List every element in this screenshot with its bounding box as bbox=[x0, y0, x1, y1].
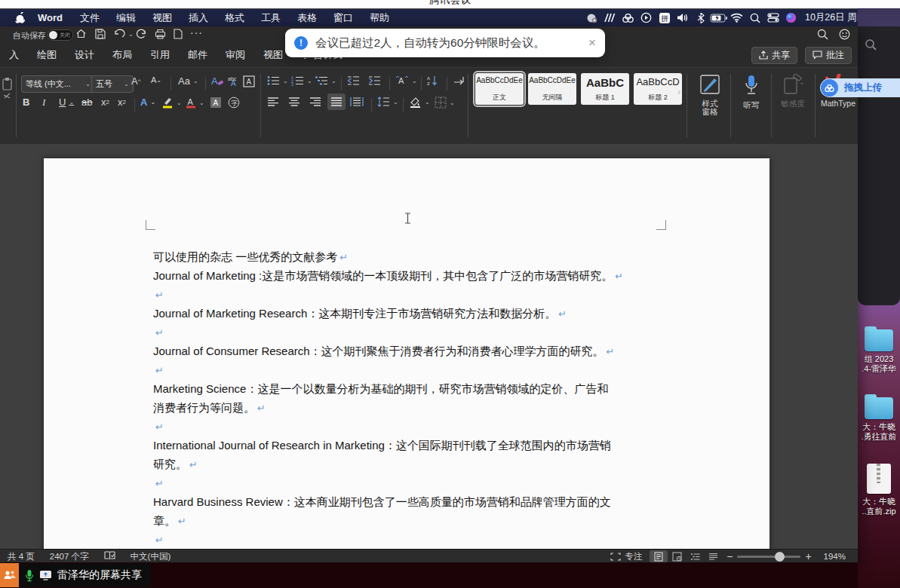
menubar-menu-窗口[interactable]: 窗口 bbox=[325, 11, 361, 25]
tri-circle-app-icon[interactable] bbox=[619, 12, 637, 24]
screen-share-badge[interactable]: 雷泽华的屏幕共享 bbox=[0, 563, 151, 587]
ribbon-search-icon[interactable] bbox=[817, 29, 828, 40]
style-card-无间隔[interactable]: AaBbCcDdEe无间隔 bbox=[528, 73, 576, 105]
bold-button[interactable]: B bbox=[23, 96, 29, 108]
zoom-slider-knob[interactable] bbox=[775, 552, 785, 562]
focus-mode-button[interactable]: 专注 bbox=[603, 551, 650, 562]
shrink-font-button[interactable]: A⌄ bbox=[151, 75, 161, 84]
font-color-button[interactable]: A⌄ bbox=[186, 96, 204, 109]
borders-button[interactable]: ⌄ bbox=[435, 96, 455, 109]
zoom-slider[interactable] bbox=[737, 556, 800, 558]
character-spacing-button[interactable]: A⌄ bbox=[395, 75, 417, 86]
numbering-button[interactable]: 123⌄ bbox=[291, 75, 312, 86]
comments-button[interactable]: 批注 bbox=[805, 47, 852, 64]
style-card-标题 2[interactable]: AaBbCcD标题 2 bbox=[634, 73, 682, 105]
proofing-icon[interactable] bbox=[97, 551, 123, 562]
line-spacing-button[interactable]: ⌄ bbox=[377, 96, 398, 107]
align-center-button[interactable] bbox=[288, 96, 300, 107]
ribbon-tab-绘图[interactable]: 绘图 bbox=[28, 48, 66, 62]
menubar-menu-工具[interactable]: 工具 bbox=[253, 11, 289, 25]
ribbon-tab-布局[interactable]: 布局 bbox=[103, 48, 141, 62]
volume-icon[interactable] bbox=[674, 12, 692, 24]
zoom-in-button[interactable]: + bbox=[800, 550, 816, 562]
menubar-menu-帮助[interactable]: 帮助 bbox=[361, 11, 398, 25]
autosave-toggle[interactable]: 关闭 bbox=[48, 29, 73, 41]
menubar-menu-文件[interactable]: 文件 bbox=[72, 11, 108, 25]
increase-indent-button[interactable] bbox=[368, 75, 381, 86]
document-page[interactable]: 可以使用的杂志 一些优秀的文献参考↵Journal of Marketing :… bbox=[44, 158, 769, 575]
stripes-status-icon[interactable] bbox=[601, 12, 619, 24]
sort-button[interactable]: AZ bbox=[427, 75, 439, 86]
zoom-out-button[interactable]: − bbox=[722, 550, 737, 562]
draft-view-button[interactable] bbox=[704, 550, 722, 562]
wifi-icon[interactable] bbox=[728, 12, 746, 24]
styles-more-arrow[interactable]: › bbox=[677, 86, 680, 97]
enclose-characters-button[interactable]: 字 bbox=[228, 96, 240, 109]
menubar-menu-表格[interactable]: 表格 bbox=[289, 11, 325, 25]
multilevel-list-button[interactable]: ⌄ bbox=[315, 75, 336, 86]
save-button[interactable] bbox=[95, 29, 106, 39]
desktop-icon-folder-0[interactable]: 组 2023.4-雷泽华 bbox=[858, 329, 900, 374]
phonetic-guide-button[interactable]: abcA bbox=[228, 75, 240, 87]
ribbon-tab-引用[interactable]: 引用 bbox=[141, 48, 179, 62]
notification-close-button[interactable]: × bbox=[588, 35, 596, 51]
print-button[interactable] bbox=[155, 29, 166, 39]
style-card-标题 1[interactable]: AaBbC标题 1 bbox=[581, 73, 629, 105]
feedback-smiley-icon[interactable] bbox=[839, 29, 850, 40]
strikethrough-button[interactable]: ab bbox=[81, 96, 92, 108]
font-size-select[interactable]: 五号⌄ bbox=[91, 75, 134, 93]
menubar-menu-插入[interactable]: 插入 bbox=[180, 11, 217, 25]
zoom-percentage[interactable]: 194% bbox=[816, 552, 858, 561]
apple-menu-icon[interactable] bbox=[11, 12, 29, 24]
show-marks-button[interactable] bbox=[453, 75, 466, 86]
sensitivity-button[interactable]: 敏感度 bbox=[776, 74, 810, 108]
character-border-button[interactable]: A bbox=[243, 75, 255, 87]
siri-icon[interactable] bbox=[782, 12, 800, 24]
align-left-button[interactable] bbox=[267, 96, 279, 107]
decrease-indent-button[interactable] bbox=[347, 75, 360, 86]
dictate-button[interactable]: 听写 bbox=[736, 74, 766, 109]
web-layout-view-button[interactable] bbox=[668, 550, 686, 562]
desktop-icon-folder-1[interactable]: 大：牛晓.勇往直前 bbox=[858, 397, 900, 442]
bullets-button[interactable]: ⌄ bbox=[267, 75, 288, 86]
undo-button[interactable]: ⌄ bbox=[113, 29, 134, 39]
clear-formatting-button[interactable]: A bbox=[211, 75, 224, 87]
style-pane-button[interactable]: 样式窗格 bbox=[694, 74, 726, 116]
home-button[interactable] bbox=[75, 28, 87, 39]
highlight-color-button[interactable]: ⌄ bbox=[161, 96, 182, 109]
word-count[interactable]: 2407 个字 bbox=[42, 551, 97, 562]
align-right-button[interactable] bbox=[309, 96, 321, 107]
distribute-button[interactable] bbox=[350, 96, 364, 107]
battery-icon[interactable] bbox=[710, 12, 728, 24]
background-window-titlebar[interactable]: 腾讯会议 bbox=[0, 0, 900, 9]
menubar-menu-编辑[interactable]: 编辑 bbox=[108, 11, 144, 25]
text-effects-button[interactable]: A⌄ bbox=[140, 96, 155, 108]
drag-upload-pill[interactable]: 拖拽上传 bbox=[820, 78, 900, 97]
redo-button[interactable] bbox=[136, 29, 147, 39]
play-status-icon[interactable] bbox=[637, 12, 656, 24]
clipboard-icon[interactable] bbox=[2, 77, 12, 100]
change-case-button[interactable]: Aa⌄ bbox=[178, 75, 198, 87]
subscript-button[interactable]: x2 bbox=[101, 96, 109, 108]
language-indicator[interactable]: 中文(中国) bbox=[123, 551, 179, 562]
document-text[interactable]: 可以使用的杂志 一些优秀的文献参考↵Journal of Marketing :… bbox=[153, 247, 681, 568]
ribbon-tab-审阅[interactable]: 审阅 bbox=[217, 48, 254, 62]
underline-button[interactable]: U⌄ bbox=[59, 96, 74, 108]
character-shading-button[interactable]: A bbox=[210, 96, 222, 109]
menubar-menu-视图[interactable]: 视图 bbox=[144, 11, 180, 25]
desktop-icon-zip-2[interactable]: 大：牛晓..直前.zip bbox=[858, 464, 900, 516]
print-layout-view-button[interactable] bbox=[650, 550, 668, 562]
shading-button[interactable]: ⌄ bbox=[409, 96, 430, 108]
control-center-icon[interactable] bbox=[764, 12, 782, 24]
new-document-button[interactable] bbox=[174, 29, 183, 39]
meeting-members-icon[interactable] bbox=[0, 563, 19, 587]
bluetooth-icon[interactable] bbox=[692, 12, 710, 24]
meeting-app-icon[interactable] bbox=[583, 12, 601, 24]
input-method-icon[interactable]: 拼 bbox=[656, 12, 674, 24]
superscript-button[interactable]: x2 bbox=[118, 96, 126, 108]
italic-button[interactable]: I bbox=[42, 96, 45, 109]
menubar-menu-格式[interactable]: 格式 bbox=[217, 11, 253, 25]
page-count[interactable]: 共 4 页 bbox=[0, 551, 42, 562]
panel-search-icon[interactable] bbox=[865, 38, 877, 54]
share-button[interactable]: 共享 bbox=[751, 47, 797, 64]
